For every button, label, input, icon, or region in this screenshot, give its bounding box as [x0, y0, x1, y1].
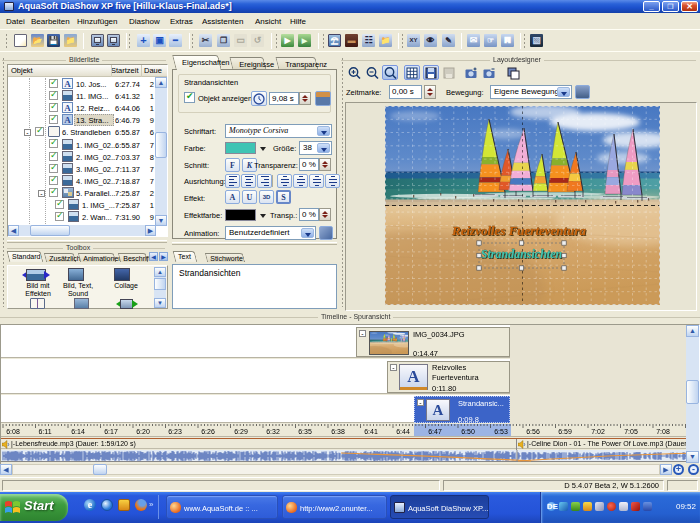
svg-text:Reizvolles Fuerteventura: Reizvolles Fuerteventura — [451, 223, 586, 238]
svg-text:Strandansichten: Strandansichten — [481, 247, 563, 261]
